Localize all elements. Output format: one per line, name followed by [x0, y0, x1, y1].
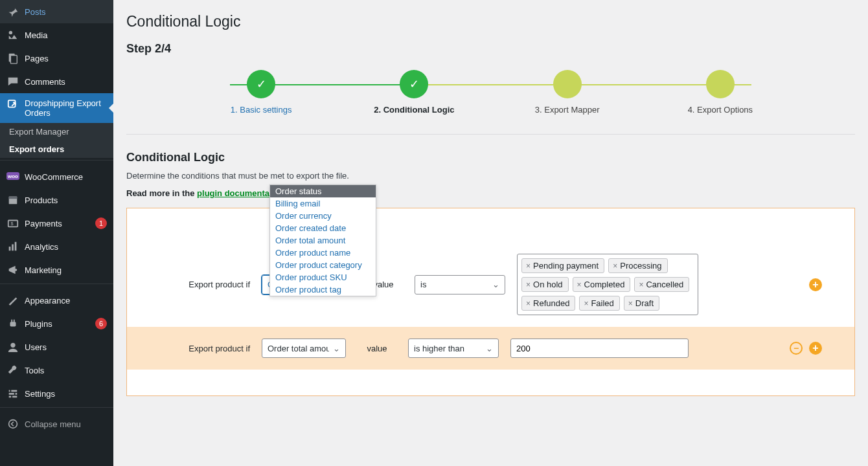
- main-content: Conditional Logic Step 2/4 ✓ 1. Basic se…: [113, 0, 868, 422]
- sidebar-item-analytics[interactable]: Analytics: [0, 235, 113, 258]
- remove-tag-icon[interactable]: ×: [525, 280, 532, 289]
- sidebar-item-settings[interactable]: Settings: [0, 382, 113, 405]
- check-icon: ✓: [247, 70, 275, 98]
- add-condition-button[interactable]: +: [809, 342, 822, 355]
- dropdown-option[interactable]: Order total amount: [270, 234, 376, 247]
- documentation-hint: Read more in the plugin documentation →: [126, 188, 855, 198]
- add-condition-button[interactable]: +: [809, 278, 822, 291]
- sidebar-item-label: Media: [25, 30, 107, 40]
- remove-tag-icon[interactable]: ×: [576, 280, 583, 289]
- svg-rect-11: [9, 247, 11, 250]
- settings-icon: [6, 387, 19, 400]
- svg-rect-13: [15, 242, 17, 251]
- sidebar-item-label: WooCommerce: [25, 172, 107, 182]
- dropdown-option[interactable]: Order product tag: [270, 283, 376, 296]
- svg-rect-21: [9, 396, 17, 398]
- status-tag: ×Failed: [579, 296, 619, 311]
- step-num: 2.: [374, 105, 381, 115]
- step-basic-settings[interactable]: ✓ 1. Basic settings: [185, 70, 337, 115]
- sidebar-item-label: Appearance: [25, 296, 107, 305]
- svg-text:woo: woo: [7, 173, 18, 179]
- dropdown-option[interactable]: Order status: [270, 185, 376, 197]
- step-num: 3.: [535, 105, 542, 115]
- remove-tag-icon[interactable]: ×: [637, 280, 645, 289]
- sidebar-item-products[interactable]: Products: [0, 188, 113, 212]
- sidebar-item-label: Pages: [25, 54, 107, 63]
- sidebar-item-tools[interactable]: Tools: [0, 359, 113, 382]
- sidebar-item-appearance[interactable]: Appearance: [0, 289, 113, 312]
- woo-icon: woo: [6, 170, 19, 183]
- sidebar-item-comments[interactable]: Comments: [0, 70, 113, 93]
- remove-tag-icon[interactable]: ×: [582, 299, 589, 308]
- sidebar-collapse[interactable]: Collapse menu: [0, 412, 113, 422]
- remove-tag-icon[interactable]: ×: [525, 261, 532, 271]
- page-title: Conditional Logic: [126, 13, 855, 30]
- section-description: Determine the conditions that must be me…: [126, 171, 855, 181]
- conditions-container: Export product if Order status ⌄ value i…: [126, 208, 855, 396]
- sidebar-subitem-export-manager[interactable]: Export Manager: [0, 123, 113, 140]
- chevron-down-icon: ⌄: [333, 344, 340, 353]
- status-tag: ×Refunded: [521, 296, 575, 311]
- sidebar-subitem-export-orders[interactable]: Export orders: [0, 140, 113, 158]
- export-icon: [6, 98, 19, 111]
- sidebar-separator: [0, 160, 113, 163]
- remove-tag-icon[interactable]: ×: [611, 261, 619, 271]
- condition-value-input[interactable]: [510, 338, 689, 358]
- sidebar-item-label: Marketing: [25, 265, 107, 275]
- stepper: ✓ 1. Basic settings ✓ 2. Conditional Log…: [126, 70, 855, 135]
- condition-operator-select[interactable]: is ⌄: [415, 275, 505, 294]
- dropdown-option[interactable]: Order created date: [270, 222, 376, 234]
- svg-rect-2: [10, 56, 17, 64]
- sidebar-item-plugins[interactable]: Plugins 6: [0, 312, 113, 335]
- collapse-label: Collapse menu: [25, 419, 81, 423]
- section-title: Conditional Logic: [126, 151, 855, 164]
- sidebar-item-media[interactable]: Media: [0, 23, 113, 47]
- condition-field-select[interactable]: Order total amount ⌄: [262, 338, 346, 358]
- chevron-down-icon: ⌄: [486, 344, 493, 353]
- sidebar-item-label: Settings: [25, 389, 107, 399]
- svg-point-0: [9, 31, 12, 34]
- status-tag: ×On hold: [521, 277, 569, 292]
- sidebar-item-users[interactable]: Users: [0, 335, 113, 359]
- field-select-dropdown[interactable]: Order status Billing email Order currenc…: [269, 184, 376, 296]
- sidebar-item-label: Tools: [25, 366, 107, 375]
- condition-operator-select[interactable]: is higher than ⌄: [408, 338, 499, 358]
- remove-tag-icon[interactable]: ×: [525, 299, 532, 308]
- sidebar-item-dropshipping[interactable]: Dropshipping Export Orders: [0, 93, 113, 123]
- status-tag: ×Pending payment: [521, 258, 604, 273]
- condition-value-tags[interactable]: ×Pending payment ×Processing ×On hold ×C…: [517, 254, 698, 315]
- sidebar-item-woocommerce[interactable]: woo WooCommerce: [0, 165, 113, 188]
- media-icon: [6, 28, 19, 41]
- dropdown-option[interactable]: Billing email: [270, 197, 376, 210]
- remove-tag-icon[interactable]: ×: [627, 299, 634, 308]
- plugins-icon: [6, 317, 19, 330]
- appearance-icon: [6, 294, 19, 307]
- condition-row: Export product if Order total amount ⌄ v…: [127, 327, 854, 370]
- sidebar-item-label: Analytics: [25, 242, 107, 252]
- chevron-down-icon: ⌄: [492, 280, 499, 289]
- remove-condition-button[interactable]: −: [790, 342, 803, 355]
- sidebar-item-marketing[interactable]: Marketing: [0, 258, 113, 282]
- sidebar-item-label: Payments: [25, 219, 93, 228]
- dropdown-option[interactable]: Order currency: [270, 210, 376, 222]
- sidebar-item-payments[interactable]: $ Payments 1: [0, 212, 113, 235]
- svg-rect-23: [14, 392, 16, 395]
- sidebar-item-posts[interactable]: Posts: [0, 0, 113, 23]
- page-icon: [6, 52, 19, 65]
- step-circle-icon: [706, 70, 735, 98]
- step-export-options[interactable]: 4. Export Options: [644, 70, 797, 115]
- sidebar-item-label: Plugins: [25, 319, 93, 329]
- sidebar-item-pages[interactable]: Pages: [0, 47, 113, 70]
- check-icon: ✓: [400, 70, 428, 98]
- status-tag: ×Cancelled: [634, 277, 689, 292]
- step-num: 1.: [231, 105, 238, 115]
- svg-rect-24: [11, 395, 12, 399]
- dropdown-option[interactable]: Order product name: [270, 247, 376, 259]
- step-label-text: Basic settings: [240, 105, 291, 115]
- step-export-mapper[interactable]: 3. Export Mapper: [491, 70, 644, 115]
- dropdown-option[interactable]: Order product category: [270, 259, 376, 271]
- svg-point-18: [10, 343, 15, 348]
- badge-count: 6: [95, 318, 107, 329]
- dropdown-option[interactable]: Order product SKU: [270, 271, 376, 283]
- payments-icon: $: [6, 217, 19, 230]
